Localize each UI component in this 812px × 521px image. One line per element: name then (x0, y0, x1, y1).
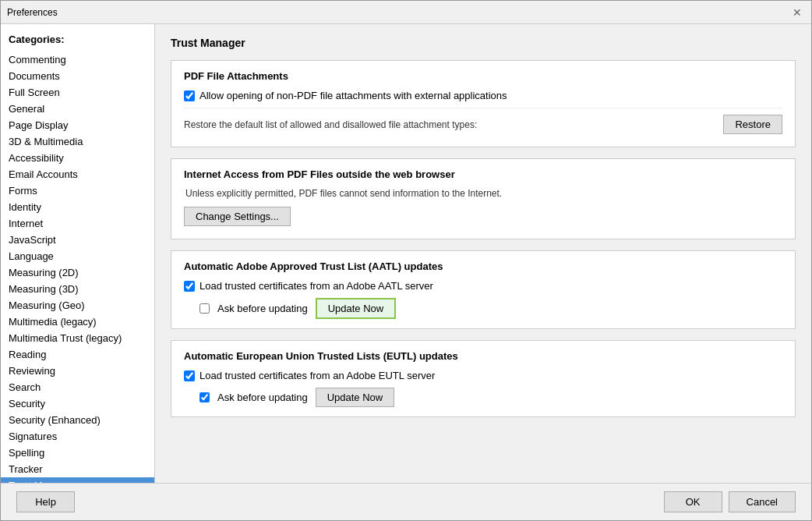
footer: Help OK Cancel (1, 483, 811, 520)
restore-row: Restore the default list of allowed and … (184, 108, 782, 137)
sidebar-item-security[interactable]: Security (1, 395, 154, 412)
eutl-update-row: Ask before updating Update Now (184, 388, 782, 407)
sidebar-item-spelling[interactable]: Spelling (1, 445, 154, 461)
eutl-load-row: Load trusted certificates from an Adobe … (184, 370, 782, 381)
sidebar-item-multimedia-trust-legacy[interactable]: Multimedia Trust (legacy) (1, 330, 154, 346)
sidebar-item-email-accounts[interactable]: Email Accounts (1, 166, 154, 183)
window-title: Preferences (7, 7, 58, 18)
eutl-load-checkbox[interactable] (184, 370, 195, 381)
sidebar-item-measuring-2d[interactable]: Measuring (2D) (1, 264, 154, 281)
preferences-window: Preferences ✕ Categories: CommentingDocu… (0, 0, 812, 521)
main-panel: Trust Manager PDF File Attachments Allow… (155, 24, 811, 483)
eutl-title: Automatic European Union Trusted Lists (… (184, 350, 782, 362)
content-area: Categories: CommentingDocumentsFull Scre… (1, 24, 811, 483)
footer-right: OK Cancel (664, 491, 796, 512)
sidebar-header: Categories: (1, 30, 154, 51)
change-settings-button[interactable]: Change Settings... (184, 207, 291, 226)
eutl-ask-checkbox[interactable] (199, 392, 210, 402)
sidebar-item-accessibility[interactable]: Accessibility (1, 150, 154, 166)
sidebar-item-security-enhanced[interactable]: Security (Enhanced) (1, 412, 154, 428)
sidebar-item-signatures[interactable]: Signatures (1, 428, 154, 445)
sidebar-item-tracker[interactable]: Tracker (1, 461, 154, 477)
internet-access-section: Internet Access from PDF Files outside t… (171, 158, 796, 239)
sidebar-item-language[interactable]: Language (1, 248, 154, 264)
footer-left: Help (16, 491, 75, 512)
aatl-load-label: Load trusted certificates from an Adobe … (199, 280, 433, 292)
allow-attachments-checkbox[interactable] (184, 90, 195, 101)
sidebar-item-trust-manager[interactable]: Trust Manager (1, 477, 154, 483)
sidebar-item-internet[interactable]: Internet (1, 215, 154, 232)
sidebar-item-reading[interactable]: Reading (1, 346, 154, 363)
allow-attachments-label: Allow opening of non-PDF file attachment… (199, 90, 507, 101)
sidebar-item-forms[interactable]: Forms (1, 183, 154, 199)
eutl-update-now-button[interactable]: Update Now (316, 388, 395, 407)
sidebar-item-page-display[interactable]: Page Display (1, 117, 154, 133)
main-title: Trust Manager (171, 37, 796, 49)
aatl-section: Automatic Adobe Approved Trust List (AAT… (171, 250, 796, 329)
eutl-ask-label: Ask before updating (217, 392, 308, 403)
ok-button[interactable]: OK (664, 491, 722, 512)
restore-text: Restore the default list of allowed and … (184, 119, 723, 130)
cancel-button[interactable]: Cancel (729, 491, 796, 512)
aatl-title: Automatic Adobe Approved Trust List (AAT… (184, 260, 782, 272)
allow-attachments-row: Allow opening of non-PDF file attachment… (184, 90, 782, 101)
title-bar: Preferences ✕ (1, 1, 811, 24)
aatl-ask-label: Ask before updating (217, 303, 308, 314)
sidebar-item-identity[interactable]: Identity (1, 199, 154, 215)
eutl-load-label: Load trusted certificates from an Adobe … (199, 370, 435, 381)
sidebar-item-3d-multimedia[interactable]: 3D & Multimedia (1, 133, 154, 150)
eutl-section: Automatic European Union Trusted Lists (… (171, 340, 796, 417)
aatl-load-checkbox[interactable] (184, 281, 195, 292)
sidebar-item-commenting[interactable]: Commenting (1, 51, 154, 68)
sidebar-item-general[interactable]: General (1, 101, 154, 117)
change-settings-row: Change Settings... (184, 207, 782, 226)
sidebar-item-search[interactable]: Search (1, 379, 154, 395)
aatl-update-now-button[interactable]: Update Now (316, 298, 397, 319)
restore-button[interactable]: Restore (723, 115, 782, 134)
sidebar-item-multimedia-legacy[interactable]: Multimedia (legacy) (1, 314, 154, 330)
pdf-attachments-title: PDF File Attachments (184, 70, 782, 82)
internet-access-title: Internet Access from PDF Files outside t… (184, 168, 782, 180)
close-button[interactable]: ✕ (789, 5, 805, 20)
sidebar-item-javascript[interactable]: JavaScript (1, 232, 154, 248)
sidebar-item-full-screen[interactable]: Full Screen (1, 84, 154, 101)
sidebar-item-documents[interactable]: Documents (1, 68, 154, 84)
sidebar-item-reviewing[interactable]: Reviewing (1, 363, 154, 379)
internet-access-info: Unless explicitly permitted, PDF files c… (184, 188, 782, 199)
sidebar-item-measuring-3d[interactable]: Measuring (3D) (1, 281, 154, 297)
aatl-load-row: Load trusted certificates from an Adobe … (184, 280, 782, 292)
sidebar: Categories: CommentingDocumentsFull Scre… (1, 24, 155, 483)
pdf-attachments-section: PDF File Attachments Allow opening of no… (171, 60, 796, 147)
sidebar-item-measuring-geo[interactable]: Measuring (Geo) (1, 297, 154, 314)
aatl-update-row: Ask before updating Update Now (184, 298, 782, 319)
help-button[interactable]: Help (16, 491, 75, 512)
aatl-ask-checkbox[interactable] (199, 303, 210, 314)
